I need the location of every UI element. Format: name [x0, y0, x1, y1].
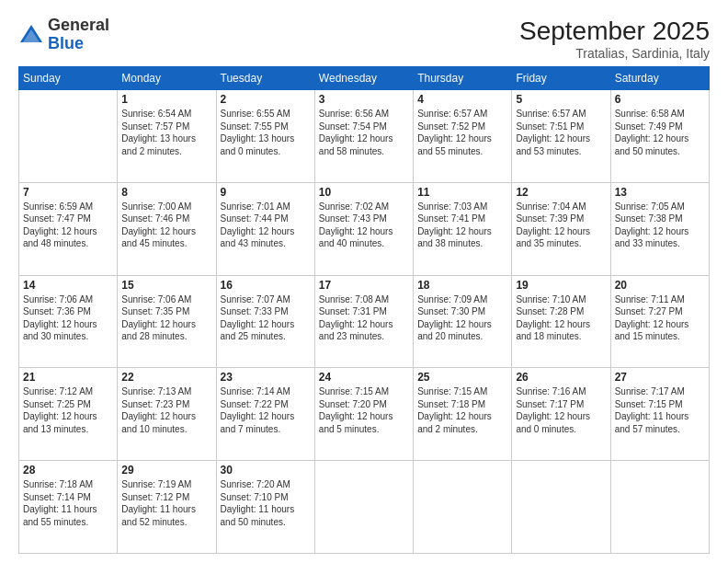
table-row: 15 Sunrise: 7:06 AM Sunset: 7:35 PM Dayl… [118, 275, 216, 368]
table-row [512, 461, 610, 554]
sunset-text: Sunset: 7:25 PM [23, 399, 91, 409]
table-row: 21 Sunrise: 7:12 AM Sunset: 7:25 PM Dayl… [19, 368, 118, 461]
day-number: 26 [516, 371, 606, 384]
sunrise-text: Sunrise: 7:04 AM [516, 201, 586, 212]
sunset-text: Sunset: 7:43 PM [319, 213, 387, 224]
calendar-week-row: 28 Sunrise: 7:18 AM Sunset: 7:14 PM Dayl… [19, 461, 710, 554]
table-row: 6 Sunrise: 6:58 AM Sunset: 7:49 PM Dayli… [610, 90, 709, 183]
calendar-header-row: Sunday Monday Tuesday Wednesday Thursday… [19, 67, 710, 90]
day-info: Sunrise: 7:15 AM Sunset: 7:20 PM Dayligh… [319, 385, 409, 435]
daylight-text: Daylight: 13 hours and 2 minutes. [121, 133, 196, 156]
day-number: 21 [23, 371, 113, 384]
sunrise-text: Sunrise: 7:18 AM [23, 479, 93, 489]
logo-general: General [48, 16, 109, 34]
daylight-text: Daylight: 11 hours and 50 minutes. [221, 504, 295, 527]
table-row: 3 Sunrise: 6:56 AM Sunset: 7:54 PM Dayli… [314, 90, 413, 183]
day-number: 15 [121, 279, 211, 292]
table-row: 25 Sunrise: 7:15 AM Sunset: 7:18 PM Dayl… [414, 368, 512, 461]
sunrise-text: Sunrise: 6:59 AM [23, 201, 93, 212]
day-number: 7 [23, 186, 113, 199]
table-row: 22 Sunrise: 7:13 AM Sunset: 7:23 PM Dayl… [118, 368, 216, 461]
sunset-text: Sunset: 7:54 PM [319, 121, 387, 132]
day-number: 3 [319, 93, 409, 106]
table-row [610, 461, 709, 554]
sunset-text: Sunset: 7:55 PM [221, 121, 289, 132]
table-row: 9 Sunrise: 7:01 AM Sunset: 7:44 PM Dayli… [216, 182, 314, 275]
sunset-text: Sunset: 7:18 PM [417, 399, 485, 409]
sunset-text: Sunset: 7:51 PM [516, 121, 584, 132]
daylight-text: Daylight: 12 hours and 43 minutes. [221, 226, 295, 249]
day-info: Sunrise: 7:13 AM Sunset: 7:23 PM Dayligh… [121, 385, 211, 435]
sunrise-text: Sunrise: 6:54 AM [121, 109, 191, 119]
calendar-table: Sunday Monday Tuesday Wednesday Thursday… [18, 66, 710, 554]
table-row [414, 461, 512, 554]
sunrise-text: Sunrise: 7:02 AM [319, 201, 389, 212]
day-info: Sunrise: 7:20 AM Sunset: 7:10 PM Dayligh… [221, 478, 311, 528]
daylight-text: Daylight: 12 hours and 5 minutes. [319, 411, 393, 434]
location: Tratalias, Sardinia, Italy [519, 46, 710, 61]
daylight-text: Daylight: 12 hours and 50 minutes. [615, 133, 689, 156]
day-info: Sunrise: 7:14 AM Sunset: 7:22 PM Dayligh… [221, 385, 311, 435]
day-number: 4 [417, 93, 507, 106]
day-number: 20 [615, 279, 705, 292]
sunset-text: Sunset: 7:17 PM [516, 399, 584, 409]
sunset-text: Sunset: 7:22 PM [221, 399, 289, 409]
sunrise-text: Sunrise: 7:05 AM [615, 201, 685, 212]
daylight-text: Daylight: 12 hours and 23 minutes. [319, 319, 393, 342]
sunset-text: Sunset: 7:10 PM [221, 492, 289, 502]
sunset-text: Sunset: 7:35 PM [121, 306, 189, 316]
logo: General Blue [18, 17, 109, 53]
table-row: 12 Sunrise: 7:04 AM Sunset: 7:39 PM Dayl… [512, 182, 610, 275]
table-row: 2 Sunrise: 6:55 AM Sunset: 7:55 PM Dayli… [216, 90, 314, 183]
sunset-text: Sunset: 7:31 PM [319, 306, 387, 316]
sunset-text: Sunset: 7:30 PM [417, 306, 485, 316]
day-info: Sunrise: 6:55 AM Sunset: 7:55 PM Dayligh… [221, 108, 311, 157]
sunset-text: Sunset: 7:15 PM [615, 399, 683, 409]
sunset-text: Sunset: 7:33 PM [221, 306, 289, 316]
col-saturday: Saturday [610, 67, 709, 90]
day-info: Sunrise: 6:57 AM Sunset: 7:52 PM Dayligh… [417, 108, 507, 157]
sunset-text: Sunset: 7:41 PM [417, 213, 485, 224]
day-info: Sunrise: 7:01 AM Sunset: 7:44 PM Dayligh… [221, 201, 311, 250]
day-info: Sunrise: 7:15 AM Sunset: 7:18 PM Dayligh… [417, 385, 507, 435]
day-info: Sunrise: 7:02 AM Sunset: 7:43 PM Dayligh… [319, 201, 409, 250]
sunset-text: Sunset: 7:36 PM [23, 306, 91, 316]
sunrise-text: Sunrise: 7:01 AM [221, 201, 290, 212]
day-number: 16 [221, 279, 311, 292]
sunrise-text: Sunrise: 7:16 AM [516, 386, 586, 396]
sunset-text: Sunset: 7:27 PM [615, 306, 683, 316]
daylight-text: Daylight: 12 hours and 25 minutes. [221, 319, 295, 342]
header: General Blue September 2025 Tratalias, S… [18, 17, 710, 61]
table-row: 13 Sunrise: 7:05 AM Sunset: 7:38 PM Dayl… [610, 182, 709, 275]
col-wednesday: Wednesday [314, 67, 413, 90]
sunrise-text: Sunrise: 6:56 AM [319, 109, 389, 119]
table-row: 24 Sunrise: 7:15 AM Sunset: 7:20 PM Dayl… [314, 368, 413, 461]
day-number: 9 [221, 186, 311, 199]
sunrise-text: Sunrise: 6:57 AM [516, 109, 586, 119]
day-number: 13 [615, 186, 705, 199]
daylight-text: Daylight: 12 hours and 20 minutes. [417, 319, 492, 342]
sunrise-text: Sunrise: 7:20 AM [221, 479, 290, 489]
day-info: Sunrise: 7:16 AM Sunset: 7:17 PM Dayligh… [516, 385, 606, 435]
daylight-text: Daylight: 12 hours and 55 minutes. [417, 133, 492, 156]
day-number: 19 [516, 279, 606, 292]
day-info: Sunrise: 7:05 AM Sunset: 7:38 PM Dayligh… [615, 201, 705, 250]
col-monday: Monday [118, 67, 216, 90]
day-info: Sunrise: 7:00 AM Sunset: 7:46 PM Dayligh… [121, 201, 211, 250]
daylight-text: Daylight: 12 hours and 15 minutes. [615, 319, 689, 342]
calendar-week-row: 1 Sunrise: 6:54 AM Sunset: 7:57 PM Dayli… [19, 90, 710, 183]
day-number: 22 [121, 371, 211, 384]
day-info: Sunrise: 7:07 AM Sunset: 7:33 PM Dayligh… [221, 293, 311, 343]
day-number: 17 [319, 279, 409, 292]
sunset-text: Sunset: 7:28 PM [516, 306, 584, 316]
daylight-text: Daylight: 13 hours and 0 minutes. [221, 133, 295, 156]
table-row: 7 Sunrise: 6:59 AM Sunset: 7:47 PM Dayli… [19, 182, 118, 275]
daylight-text: Daylight: 11 hours and 57 minutes. [615, 411, 689, 434]
calendar-week-row: 7 Sunrise: 6:59 AM Sunset: 7:47 PM Dayli… [19, 182, 710, 275]
daylight-text: Daylight: 12 hours and 13 minutes. [23, 411, 97, 434]
sunrise-text: Sunrise: 7:17 AM [615, 386, 685, 396]
sunrise-text: Sunrise: 7:10 AM [516, 294, 586, 304]
day-number: 14 [23, 279, 113, 292]
daylight-text: Daylight: 12 hours and 0 minutes. [516, 411, 590, 434]
sunrise-text: Sunrise: 7:00 AM [121, 201, 191, 212]
